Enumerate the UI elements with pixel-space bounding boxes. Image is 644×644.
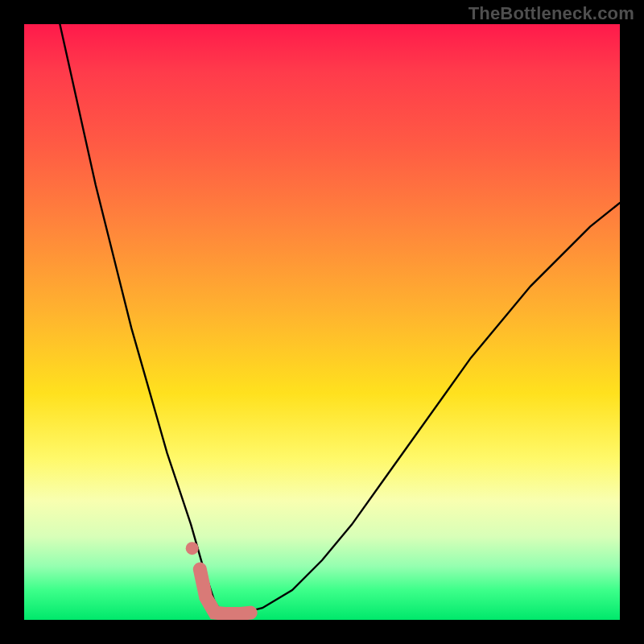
chart-stage: TheBottleneck.com: [0, 0, 644, 644]
bottom-highlight-dot: [186, 542, 199, 555]
bottleneck-curve: [60, 24, 620, 614]
bottom-highlight-segment: [200, 569, 250, 614]
bottleneck-plot: [24, 24, 620, 620]
watermark-text: TheBottleneck.com: [469, 3, 634, 24]
